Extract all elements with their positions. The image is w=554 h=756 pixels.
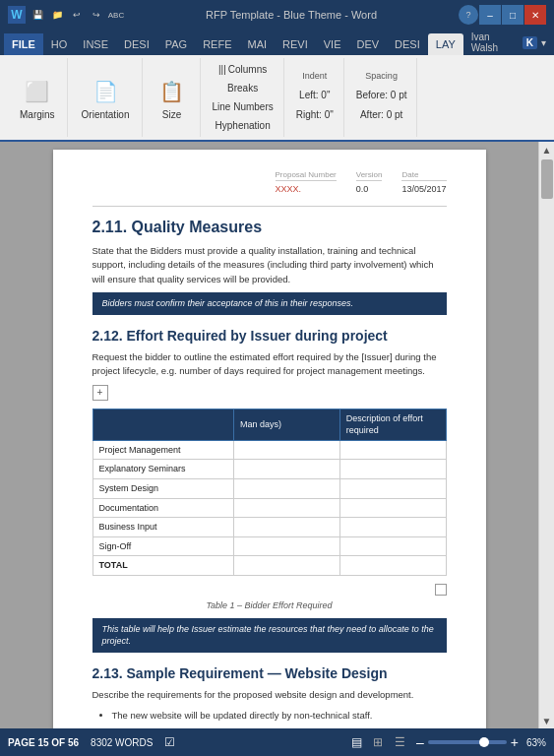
zoom-track[interactable] bbox=[428, 740, 507, 744]
zoom-minus-btn[interactable]: – bbox=[416, 734, 424, 750]
print-view-icon[interactable]: ▤ bbox=[347, 733, 365, 751]
restore-btn[interactable]: □ bbox=[502, 5, 523, 25]
tab-design[interactable]: DESI bbox=[116, 33, 157, 55]
section-213-body-intro: Describe the requirements for the propos… bbox=[92, 688, 447, 702]
spacing-after-btn[interactable]: After: 0 pt bbox=[356, 104, 406, 124]
spacing-before-btn[interactable]: Before: 0 pt bbox=[352, 85, 411, 104]
section-213-bullet-list: The new website will be updated directly… bbox=[112, 709, 447, 728]
scroll-down-btn[interactable]: ▼ bbox=[539, 713, 555, 728]
read-view-icon[interactable]: ☰ bbox=[391, 733, 408, 751]
user-avatar: K bbox=[523, 36, 537, 49]
page-info: PAGE 15 OF 56 bbox=[8, 737, 79, 748]
margins-btn[interactable]: ⬜ Margins bbox=[14, 72, 61, 124]
zoom-level[interactable]: 63% bbox=[526, 737, 546, 748]
tab-view[interactable]: VIE bbox=[316, 33, 349, 55]
tab-home[interactable]: HO bbox=[43, 33, 76, 55]
date-label: Date bbox=[401, 169, 446, 181]
indent-label: Indent bbox=[302, 71, 327, 81]
ribbon-group-margins: ⬜ Margins bbox=[8, 58, 68, 137]
size-btn[interactable]: 📋 Size bbox=[151, 72, 194, 124]
table-row-total: TOTAL bbox=[92, 556, 446, 576]
tab-insert[interactable]: INSE bbox=[75, 33, 116, 55]
orientation-btn[interactable]: 📄 Orientation bbox=[76, 72, 136, 124]
close-btn[interactable]: ✕ bbox=[524, 5, 546, 25]
size-icon: 📋 bbox=[156, 76, 188, 107]
zoom-plus-btn[interactable]: + bbox=[511, 734, 519, 750]
table-row: System Design bbox=[92, 478, 446, 498]
table-row: Explanatory Seminars bbox=[92, 460, 446, 479]
document-area: Proposal Number XXXX. Version 0.0 Date 1… bbox=[0, 142, 554, 728]
view-icons: ▤ ⊞ ☰ bbox=[347, 733, 408, 751]
table-row: Documentation bbox=[92, 498, 446, 518]
scroll-up-btn[interactable]: ▲ bbox=[539, 142, 555, 158]
spacing-label: Spacing bbox=[365, 71, 398, 81]
proposal-fields: Proposal Number XXXX. Version 0.0 Date 1… bbox=[276, 169, 447, 196]
ribbon-group-orient: 📄 Orientation bbox=[70, 58, 143, 137]
scroll-thumb[interactable] bbox=[541, 159, 553, 199]
margins-icon: ⬜ bbox=[22, 76, 53, 107]
help-btn[interactable]: ? bbox=[459, 5, 478, 25]
title-bar: W 💾 📁 ↩ ↪ ABC RFP Template - Blue Theme … bbox=[0, 0, 554, 30]
col-desc-header: Description of effort required bbox=[339, 409, 446, 440]
version-value: 0.0 bbox=[356, 183, 383, 196]
columns-btn[interactable]: ||| Columns bbox=[215, 60, 271, 79]
word-count: 8302 WORDS bbox=[91, 737, 153, 748]
minimize-btn[interactable]: – bbox=[479, 5, 501, 25]
tab-mailing[interactable]: MAI bbox=[239, 33, 275, 55]
table-expand-btn[interactable]: + bbox=[92, 385, 108, 401]
ribbon-group-spacing: Spacing Before: 0 pt After: 0 pt bbox=[346, 58, 418, 137]
user-dropdown-icon[interactable]: ▾ bbox=[541, 37, 546, 48]
version-field: Version 0.0 bbox=[356, 169, 383, 196]
section-212-body: Request the bidder to outline the estima… bbox=[92, 350, 447, 379]
track-changes-icon[interactable]: ☑ bbox=[164, 735, 175, 749]
quick-save-btn[interactable]: 💾 bbox=[30, 7, 45, 23]
tab-file[interactable]: FILE bbox=[4, 33, 43, 55]
zoom-slider[interactable]: – + bbox=[416, 734, 519, 750]
quick-open-btn[interactable]: 📁 bbox=[49, 7, 65, 23]
col-task-header bbox=[92, 409, 234, 440]
breaks-btn[interactable]: Breaks bbox=[223, 79, 262, 97]
section-211-heading: 2.11. Quality Measures bbox=[92, 217, 447, 238]
tab-references[interactable]: REFE bbox=[195, 33, 239, 55]
list-item: The new website will be updated directly… bbox=[112, 709, 447, 723]
proposal-number-value: XXXX. bbox=[276, 183, 337, 196]
date-value: 13/05/2017 bbox=[401, 183, 446, 196]
ribbon-group-indent: Indent Left: 0" Right: 0" bbox=[286, 58, 344, 137]
window-title: RFP Template - Blue Theme - Word bbox=[124, 9, 459, 21]
vertical-scrollbar[interactable]: ▲ ▼ bbox=[538, 142, 554, 728]
document-scroll[interactable]: Proposal Number XXXX. Version 0.0 Date 1… bbox=[0, 142, 538, 728]
redo-btn[interactable]: ↪ bbox=[89, 7, 104, 23]
section-212-banner: This table will help the Issuer estimate… bbox=[92, 618, 447, 653]
tab-design2[interactable]: DESI bbox=[387, 33, 428, 55]
table-row: Sign-Off bbox=[92, 536, 446, 556]
section-211-banner: Bidders must confirm their acceptance of… bbox=[92, 292, 447, 315]
tab-page[interactable]: PAG bbox=[157, 33, 195, 55]
ribbon-content: ⬜ Margins 📄 Orientation 📋 Size ||| Colum… bbox=[0, 55, 554, 142]
tab-layout[interactable]: LAY bbox=[428, 33, 463, 55]
effort-table: Man days) Description of effort required… bbox=[92, 409, 447, 576]
document-page: Proposal Number XXXX. Version 0.0 Date 1… bbox=[53, 150, 486, 728]
tab-review[interactable]: REVI bbox=[275, 33, 316, 55]
col-man-header: Man days) bbox=[234, 409, 340, 440]
tab-dev[interactable]: DEV bbox=[348, 33, 387, 55]
list-item: The new website will offer content via w… bbox=[112, 726, 447, 728]
proposal-header: Proposal Number XXXX. Version 0.0 Date 1… bbox=[92, 169, 447, 196]
web-view-icon[interactable]: ⊞ bbox=[369, 733, 387, 751]
indent-right-btn[interactable]: Right: 0" bbox=[292, 104, 338, 124]
version-label: Version bbox=[356, 169, 383, 181]
indent-left-btn[interactable]: Left: 0" bbox=[295, 85, 334, 104]
section-212-heading: 2.12. Effort Required by Issuer during p… bbox=[92, 327, 447, 346]
undo-btn[interactable]: ↩ bbox=[69, 7, 85, 23]
linenumbers-btn[interactable]: Line Numbers bbox=[209, 97, 277, 116]
user-name: Ivan Walsh bbox=[471, 32, 519, 53]
table-row: Project Management bbox=[92, 440, 446, 460]
spell-btn[interactable]: ABC bbox=[108, 7, 124, 23]
hyphenation-btn[interactable]: Hyphenation bbox=[212, 116, 275, 135]
ribbon-group-size: 📋 Size bbox=[145, 58, 201, 137]
section-213-heading: 2.13. Sample Requirement — Website Desig… bbox=[92, 664, 447, 684]
table-caption: Table 1 – Bidder Effort Required bbox=[92, 599, 447, 612]
zoom-thumb[interactable] bbox=[479, 737, 489, 747]
section-211-body: State that the Bidders must provide a qu… bbox=[92, 244, 447, 286]
ribbon-group-columns: ||| Columns Breaks Line Numbers Hyphenat… bbox=[203, 58, 284, 137]
columns-icon: ||| bbox=[218, 64, 226, 75]
